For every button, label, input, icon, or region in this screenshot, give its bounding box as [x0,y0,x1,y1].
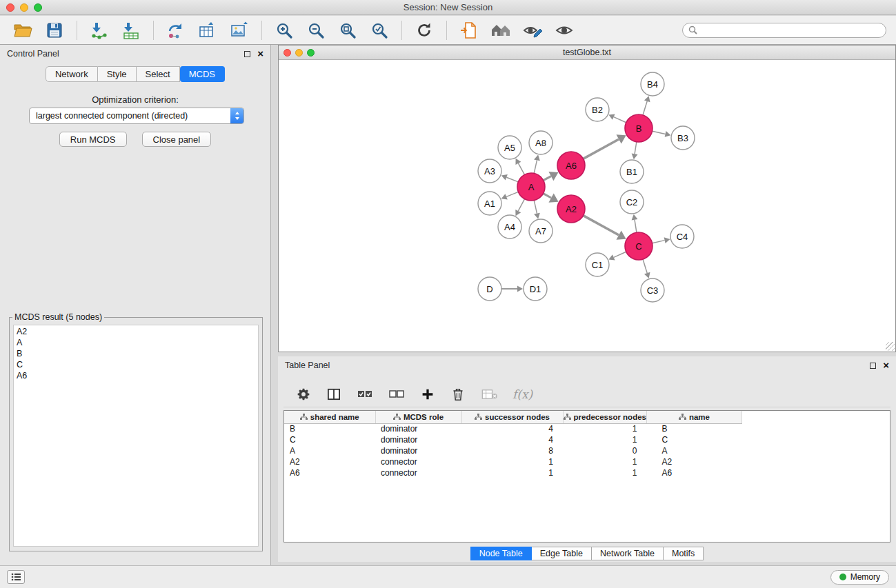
float-panel-icon[interactable] [244,51,250,57]
export-table-button[interactable] [195,19,221,42]
search-input[interactable] [701,26,880,35]
table-cell[interactable]: C [646,434,741,445]
column-header-predecessor-nodes[interactable]: predecessor nodes [563,411,646,423]
tab-style[interactable]: Style [98,66,137,82]
network-close-button[interactable] [283,49,291,57]
column-header-name[interactable]: name [646,411,741,423]
create-column-button[interactable] [419,383,437,406]
close-window-button[interactable] [6,3,14,12]
result-item[interactable]: C [14,359,258,370]
delete-column-button[interactable] [449,383,467,406]
network-edge[interactable] [584,139,619,159]
table-row[interactable]: A2connector11A2 [284,456,741,467]
show-columns-button[interactable] [325,383,343,406]
table-cell[interactable]: A6 [284,467,375,478]
zoom-out-button[interactable] [303,19,329,42]
deselect-all-columns-button[interactable] [387,383,406,406]
network-edge[interactable] [506,192,518,196]
mcds-result-list[interactable]: A2ABCA6 [13,325,259,547]
result-item[interactable]: A [14,337,258,348]
table-cell[interactable]: B [284,423,375,434]
export-network-button[interactable] [163,19,189,42]
column-header-successor-nodes[interactable]: successor nodes [461,411,563,423]
tab-network-table[interactable]: Network Table [592,547,664,560]
open-network-file-button[interactable] [456,19,482,42]
result-item[interactable]: A2 [14,326,258,337]
table-cell[interactable]: dominator [375,445,461,456]
open-session-button[interactable] [10,19,36,42]
table-cell[interactable]: A [284,445,375,456]
table-cell[interactable]: 1 [563,434,646,445]
table-cell[interactable]: connector [375,456,461,467]
table-cell[interactable]: 4 [461,434,563,445]
close-panel-icon[interactable]: × [257,50,263,57]
table-cell[interactable]: 1 [461,456,563,467]
network-edge[interactable] [534,160,537,173]
network-edge[interactable] [635,142,637,154]
table-cell[interactable]: A6 [646,467,741,478]
network-edge[interactable] [544,194,552,198]
network-zoom-button[interactable] [307,49,315,57]
memory-button[interactable]: Memory [830,570,889,585]
show-all-button[interactable] [551,19,577,42]
column-header-shared-name[interactable]: shared name [284,411,375,423]
table-cell[interactable]: B [646,423,741,434]
function-builder-button[interactable]: f(x) [512,387,532,401]
network-edge[interactable] [534,201,537,214]
column-header-mcds-role[interactable]: MCDS role [375,411,461,423]
close-table-panel-icon[interactable]: × [883,362,889,369]
table-row[interactable]: Cdominator41C [284,434,741,445]
network-edge[interactable] [653,131,666,134]
table-cell[interactable]: connector [375,467,461,478]
run-mcds-button[interactable]: Run MCDS [59,132,127,147]
table-cell[interactable]: 1 [563,467,646,478]
table-cell[interactable]: dominator [375,434,461,445]
save-session-button[interactable] [41,19,68,42]
network-edge[interactable] [614,252,626,257]
select-all-columns-button[interactable] [355,383,375,406]
table-cell[interactable]: dominator [375,423,461,434]
network-edge[interactable] [653,241,665,243]
tab-network[interactable]: Network [46,66,98,82]
table-row[interactable]: A6connector11A6 [284,467,741,478]
network-edge[interactable] [614,117,626,123]
network-edge[interactable] [518,163,524,175]
task-history-button[interactable] [7,570,25,584]
result-item[interactable]: A6 [14,370,258,381]
hide-selected-button[interactable] [519,19,546,42]
table-row[interactable]: Bdominator41B [284,423,741,434]
network-edge[interactable] [544,176,551,181]
table-cell[interactable]: 1 [461,467,563,478]
tab-select[interactable]: Select [137,66,180,82]
criterion-dropdown[interactable]: largest connected component (directed) [29,108,244,124]
network-minimize-button[interactable] [295,49,303,57]
table-cell[interactable]: 1 [563,423,646,434]
zoom-window-button[interactable] [34,3,42,12]
network-edge[interactable] [643,101,647,115]
zoom-fit-button[interactable] [335,19,361,42]
network-edge[interactable] [584,216,619,235]
search-box[interactable] [682,23,886,38]
tab-mcds[interactable]: MCDS [180,66,225,82]
tab-node-table[interactable]: Node Table [470,547,532,560]
first-neighbors-button[interactable] [488,19,514,42]
network-edge[interactable] [506,177,518,182]
import-table-button[interactable] [118,19,144,42]
table-cell[interactable]: C [284,434,375,445]
import-network-button[interactable] [86,19,112,42]
table-row[interactable]: Adominator80A [284,445,741,456]
table-cell[interactable]: A [646,445,741,456]
zoom-selected-button[interactable] [366,19,392,42]
tab-motifs[interactable]: Motifs [664,547,704,560]
table-cell[interactable]: A2 [646,456,741,467]
tab-edge-table[interactable]: Edge Table [532,547,592,560]
table-cell[interactable]: 0 [563,445,646,456]
refresh-layout-button[interactable] [411,19,437,42]
table-cell[interactable]: A2 [284,456,375,467]
network-edge[interactable] [643,259,647,273]
network-edge[interactable] [635,220,637,233]
network-edge[interactable] [518,199,524,211]
float-table-panel-icon[interactable] [870,363,876,369]
table-cell[interactable]: 8 [461,445,563,456]
table-cell[interactable]: 1 [563,456,646,467]
